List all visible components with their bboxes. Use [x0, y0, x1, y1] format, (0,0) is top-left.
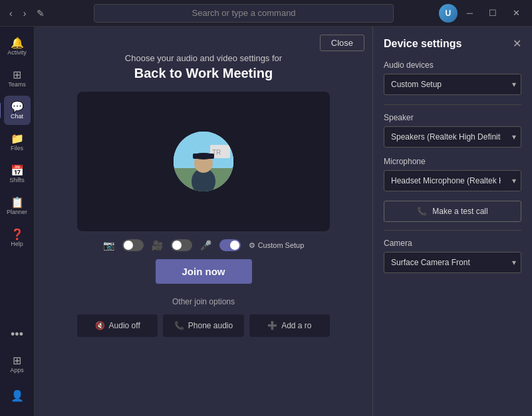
svg-rect-7	[193, 154, 214, 159]
video-preview: TR	[77, 92, 330, 231]
divider-1	[384, 104, 521, 105]
chat-icon: 💬	[11, 102, 24, 112]
speaker-dropdown-wrapper: Speakers (Realtek High Definition Au... …	[384, 126, 521, 148]
device-settings-title: Device settings	[384, 38, 462, 50]
activity-icon: 🔔	[11, 38, 24, 49]
user-avatar-preview: TR	[174, 132, 233, 191]
shifts-icon: 📅	[11, 165, 24, 176]
sidebar-item-files[interactable]: 📁 Files	[4, 128, 31, 157]
phone-audio-label: Phone audio	[188, 321, 233, 330]
device-settings-panel: Device settings ✕ Audio devices Custom S…	[372, 27, 532, 416]
add-room-label: Add a ro	[281, 321, 311, 330]
files-label: Files	[11, 146, 23, 152]
join-panel: Close Choose your audio and video settin…	[35, 27, 372, 416]
audio-off-label: Audio off	[109, 321, 140, 330]
sidebar-more-button[interactable]: •••	[5, 322, 29, 347]
help-label: Help	[11, 241, 23, 247]
other-join-label: Other join options	[172, 297, 235, 306]
speaker-label: Speaker	[384, 113, 521, 122]
shifts-label: Shifts	[9, 177, 25, 183]
add-room-icon: ➕	[267, 321, 277, 330]
search-placeholder: Search or type a command	[192, 8, 296, 18]
mic-toggle[interactable]	[219, 239, 241, 251]
avatar-silhouette: TR	[174, 132, 233, 191]
settings-icon: ⚙	[249, 241, 255, 250]
planner-label: Planner	[7, 209, 27, 215]
camera-dropdown-wrapper: Surface Camera Front Default ▾	[384, 252, 521, 273]
sidebar-item-teams[interactable]: ⊞ Teams	[4, 64, 31, 93]
planner-icon: 📋	[11, 197, 24, 208]
audio-off-button[interactable]: 🔇 Audio off	[77, 314, 158, 337]
minimize-button[interactable]: ─	[460, 5, 479, 21]
divider-2	[384, 230, 521, 231]
title-bar: ‹ › ✎ Search or type a command U ─ ☐ ✕	[0, 0, 532, 27]
help-icon: ❓	[11, 229, 24, 240]
forward-button[interactable]: ›	[19, 5, 31, 21]
sidebar-item-help[interactable]: ❓ Help	[4, 223, 31, 253]
mic-icon: 🎤	[200, 240, 211, 251]
edit-button[interactable]: ✎	[33, 5, 49, 21]
test-call-label: Make a test call	[432, 207, 487, 216]
sidebar-item-account[interactable]: 👤	[4, 381, 31, 411]
chat-label: Chat	[11, 114, 23, 120]
audio-devices-dropdown[interactable]: Custom Setup Default	[384, 74, 521, 95]
camera-section: Camera Surface Camera Front Default ▾	[384, 239, 521, 273]
back-button[interactable]: ‹	[5, 5, 17, 21]
phone-audio-icon: 📞	[174, 321, 184, 330]
camera-dropdown[interactable]: Surface Camera Front Default	[384, 252, 521, 273]
window-close-button[interactable]: ✕	[506, 5, 527, 21]
search-bar[interactable]: Search or type a command	[94, 4, 393, 23]
test-call-button[interactable]: 📞 Make a test call	[384, 201, 521, 222]
sidebar-item-planner[interactable]: 📋 Planner	[4, 191, 31, 221]
teams-label: Teams	[8, 82, 26, 88]
audio-devices-label: Audio devices	[384, 60, 521, 70]
test-call-phone-icon: 📞	[417, 207, 427, 216]
sidebar-item-chat[interactable]: 💬 Chat	[4, 96, 31, 125]
join-subtitle: Choose your audio and video settings for	[125, 53, 282, 63]
custom-setup-label: Custom Setup	[258, 241, 305, 249]
device-settings-header: Device settings ✕	[384, 37, 521, 50]
files-icon: 📁	[11, 134, 24, 144]
speaker-dropdown[interactable]: Speakers (Realtek High Definition Au... …	[384, 126, 521, 148]
meeting-title: Back to Work Meeting	[134, 66, 273, 81]
speaker-section: Speaker Speakers (Realtek High Definitio…	[384, 113, 521, 148]
title-bar-actions: U ─ ☐ ✕	[439, 4, 527, 23]
join-options-row: 🔇 Audio off 📞 Phone audio ➕ Add a ro	[77, 314, 330, 337]
close-panel-button[interactable]: Close	[320, 35, 364, 51]
account-icon: 👤	[11, 391, 24, 401]
sidebar: 🔔 Activity ⊞ Teams 💬 Chat 📁 Files 📅 Shif…	[0, 27, 35, 416]
camera-toggle[interactable]	[171, 239, 192, 251]
phone-audio-button[interactable]: 📞 Phone audio	[163, 314, 243, 337]
video-toggle[interactable]	[122, 239, 144, 251]
controls-row: 📷 🎥 🎤 ⚙ Custom Setup	[103, 239, 305, 251]
microphone-section: Microphone Headset Microphone (Realtek H…	[384, 157, 521, 191]
sidebar-item-activity[interactable]: 🔔 Activity	[4, 32, 31, 61]
nav-buttons: ‹ › ✎	[5, 5, 49, 21]
content-area: Close Choose your audio and video settin…	[35, 27, 372, 416]
user-avatar[interactable]: U	[439, 4, 458, 23]
video-off-icon: 📷	[103, 240, 114, 251]
apps-icon: ⊞	[13, 356, 21, 366]
camera-icon: 🎥	[152, 240, 163, 251]
add-room-button[interactable]: ➕ Add a ro	[249, 314, 330, 337]
teams-icon: ⊞	[13, 70, 21, 80]
microphone-dropdown[interactable]: Headset Microphone (Realtek High D... De…	[384, 170, 521, 191]
sidebar-item-shifts[interactable]: 📅 Shifts	[4, 159, 31, 189]
audio-devices-section: Audio devices Custom Setup Default ▾	[384, 60, 521, 95]
microphone-dropdown-wrapper: Headset Microphone (Realtek High D... De…	[384, 170, 521, 191]
apps-label: Apps	[10, 367, 24, 373]
sidebar-item-apps[interactable]: ⊞ Apps	[4, 350, 31, 379]
audio-off-icon: 🔇	[95, 321, 105, 330]
join-now-button[interactable]: Join now	[156, 259, 252, 284]
device-settings-close-button[interactable]: ✕	[513, 37, 521, 50]
microphone-label: Microphone	[384, 157, 521, 166]
main-layout: 🔔 Activity ⊞ Teams 💬 Chat 📁 Files 📅 Shif…	[0, 27, 532, 416]
custom-setup-button[interactable]: ⚙ Custom Setup	[249, 241, 305, 250]
maximize-button[interactable]: ☐	[482, 5, 503, 21]
audio-devices-dropdown-wrapper: Custom Setup Default ▾	[384, 74, 521, 95]
activity-label: Activity	[7, 50, 27, 56]
camera-label: Camera	[384, 239, 521, 248]
